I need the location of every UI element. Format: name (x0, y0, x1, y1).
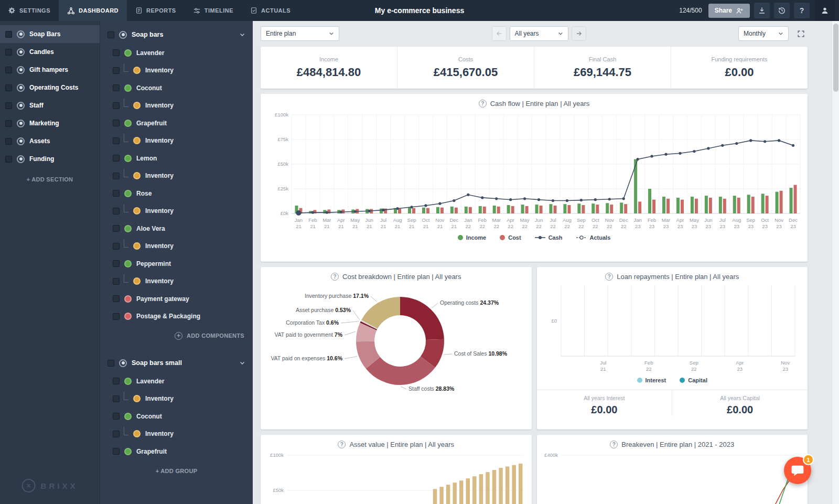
checkbox[interactable] (5, 67, 12, 73)
period-select[interactable]: Monthly (738, 26, 789, 41)
sidebar-item-soap-bars[interactable]: Soap Bars (0, 25, 100, 43)
component-item-aloe-vera[interactable]: Aloe Vera (100, 220, 253, 238)
legend-capital[interactable]: Capital (680, 377, 707, 383)
sidebar-item-operating-costs[interactable]: Operating Costs (0, 79, 100, 96)
checkbox[interactable] (113, 173, 120, 179)
user-menu-button[interactable] (815, 0, 835, 21)
component-item-postage-packaging[interactable]: Postage & Packaging (100, 308, 253, 326)
checkbox[interactable] (5, 49, 12, 56)
history-button[interactable] (774, 3, 790, 18)
component-item-inventory[interactable]: Inventory (100, 273, 253, 291)
help-icon[interactable] (610, 441, 618, 448)
checkbox[interactable] (113, 190, 120, 197)
component-item-inventory[interactable]: Inventory (100, 132, 253, 150)
nav-reports[interactable]: REPORTS (127, 0, 185, 21)
component-item-grapefruit[interactable]: Grapefruit (100, 443, 253, 460)
component-item-inventory[interactable]: Inventory (100, 238, 253, 255)
component-item-inventory[interactable]: Inventory (100, 97, 253, 115)
nav-timeline[interactable]: TIMELINE (185, 0, 242, 21)
component-item-inventory[interactable]: Inventory (100, 202, 253, 220)
legend-cash[interactable]: Cash (535, 234, 563, 241)
nav-settings[interactable]: SETTINGS (0, 0, 59, 21)
help-button[interactable] (794, 3, 810, 18)
checkbox[interactable] (107, 360, 114, 367)
add-section-button[interactable]: + ADD SECTION (0, 176, 100, 183)
legend-actuals[interactable]: Actuals (576, 234, 611, 241)
checkbox[interactable] (113, 67, 120, 74)
checkbox[interactable] (5, 84, 12, 91)
component-item-grapefruit[interactable]: Grapefruit (100, 114, 253, 132)
checkbox[interactable] (113, 278, 120, 285)
component-item-inventory[interactable]: Inventory (100, 390, 253, 408)
checkbox[interactable] (5, 102, 12, 109)
component-item-coconut[interactable]: Coconut (100, 79, 253, 97)
component-item-coconut[interactable]: Coconut (100, 408, 253, 425)
plan-select[interactable]: Entire plan (261, 26, 339, 41)
checkbox[interactable] (5, 31, 12, 38)
component-item-peppermint[interactable]: Peppermint (100, 255, 253, 273)
checkbox[interactable] (113, 260, 120, 267)
checkbox[interactable] (113, 49, 120, 56)
component-item-lavender[interactable]: Lavender (100, 44, 253, 62)
checkbox[interactable] (113, 295, 120, 302)
chat-widget[interactable]: 1 (784, 457, 811, 484)
checkbox[interactable] (113, 413, 120, 420)
component-item-rose[interactable]: Rose (100, 185, 253, 202)
add-group-button[interactable]: + ADD GROUP (100, 460, 253, 481)
chevron-down-icon[interactable] (239, 31, 245, 38)
legend-interest[interactable]: Interest (637, 377, 666, 383)
checkbox[interactable] (113, 137, 120, 144)
sidebar-item-gift-hampers[interactable]: Gift hampers (0, 61, 100, 79)
add-components-button[interactable]: +ADD COMPONENTS (100, 325, 253, 346)
checkbox[interactable] (113, 378, 120, 384)
checkbox[interactable] (113, 84, 120, 91)
component-item-lemon[interactable]: Lemon (100, 149, 253, 167)
legend-income[interactable]: Income (458, 234, 487, 241)
checkbox[interactable] (113, 448, 120, 455)
checkbox[interactable] (113, 208, 120, 215)
help-icon[interactable] (479, 100, 487, 108)
checkbox[interactable] (113, 225, 120, 232)
sidebar-item-marketing[interactable]: Marketing (0, 114, 100, 132)
svg-text:Nov23: Nov23 (781, 360, 790, 372)
page-scrollbar[interactable] (832, 21, 839, 504)
help-icon[interactable] (331, 273, 339, 281)
checkbox[interactable] (113, 120, 120, 126)
component-item-inventory[interactable]: Inventory (100, 62, 253, 80)
checkbox[interactable] (107, 31, 114, 38)
download-button[interactable] (754, 3, 770, 18)
checkbox[interactable] (113, 313, 120, 320)
checkbox[interactable] (113, 395, 120, 402)
prev-period-button[interactable] (492, 26, 507, 41)
component-item-inventory[interactable]: Inventory (100, 425, 253, 443)
component-item-payment-gateway[interactable]: Payment gateway (100, 290, 253, 308)
component-item-lavender[interactable]: Lavender (100, 372, 253, 390)
checkbox[interactable] (113, 431, 120, 437)
share-button[interactable]: Share (708, 4, 750, 18)
fullscreen-button[interactable] (794, 27, 808, 40)
help-icon[interactable] (605, 273, 613, 281)
checkbox[interactable] (5, 156, 12, 163)
years-select[interactable]: All years (510, 26, 568, 41)
checkbox[interactable] (113, 155, 120, 162)
group-header-soap-bars[interactable]: Soap bars (100, 25, 253, 44)
scrollbar-thumb[interactable] (833, 24, 838, 92)
nav-dashboard[interactable]: DASHBOARD (59, 0, 127, 21)
chevron-down-icon[interactable] (239, 360, 245, 366)
legend-cost[interactable]: Cost (500, 234, 521, 241)
sidebar-item-assets[interactable]: Assets (0, 132, 100, 150)
sidebar-item-staff[interactable]: Staff (0, 96, 100, 114)
checkbox[interactable] (113, 243, 120, 250)
sidebar-item-candles[interactable]: Candles (0, 43, 100, 61)
next-period-button[interactable] (572, 26, 586, 41)
donut-slice-staff-costs[interactable] (366, 357, 435, 385)
checkbox[interactable] (5, 120, 12, 127)
checkbox[interactable] (113, 102, 120, 109)
checkbox[interactable] (5, 138, 12, 145)
component-item-inventory[interactable]: Inventory (100, 167, 253, 185)
help-icon[interactable] (338, 441, 346, 448)
group-header-soap-bars-small[interactable]: Soap bars small (100, 353, 253, 372)
svg-text:Feb23: Feb23 (647, 217, 655, 229)
nav-actuals[interactable]: ACTUALS (242, 0, 299, 21)
sidebar-item-funding[interactable]: Funding (0, 150, 100, 168)
